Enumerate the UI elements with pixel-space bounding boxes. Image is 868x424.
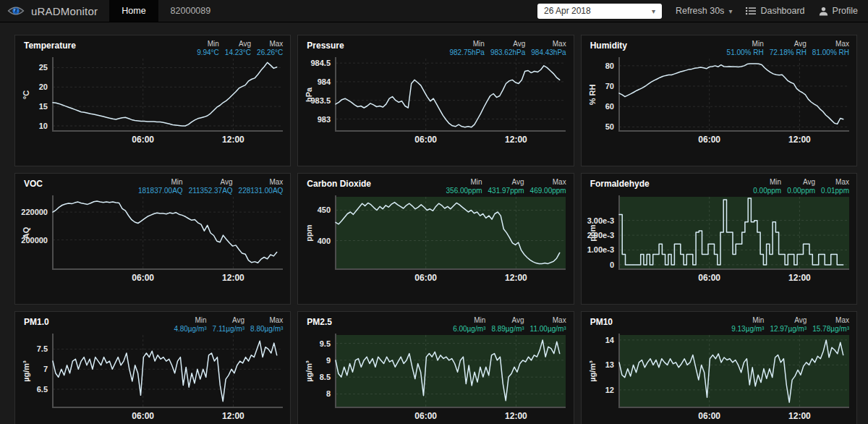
chart-panel-pm10: PM10 Min Avg Max 9.13µg/m³ 12.97µg/m³ 15… xyxy=(581,311,857,424)
svg-text:06:00: 06:00 xyxy=(415,411,438,421)
svg-text:50: 50 xyxy=(605,122,613,131)
stat-min-label: Min xyxy=(453,316,485,324)
stat-min-value: 356.00ppm xyxy=(446,187,482,195)
date-select[interactable]: 26 Apr 2018 ▾ xyxy=(537,4,662,19)
stat-max-value: 0.01ppm xyxy=(821,187,849,195)
stat-max-label: Max xyxy=(821,178,849,186)
svg-text:8.5: 8.5 xyxy=(320,373,331,381)
brand-title: uRADMonitor xyxy=(31,5,98,17)
svg-text:7: 7 xyxy=(43,365,48,373)
stat-avg-label: Avg xyxy=(787,178,815,186)
stat-min-label: Min xyxy=(753,178,781,186)
svg-text:9: 9 xyxy=(326,356,331,365)
dashboard-link[interactable]: Dashboard xyxy=(746,6,804,16)
svg-text:3.00e-3: 3.00e-3 xyxy=(587,216,613,225)
svg-text:06:00: 06:00 xyxy=(698,135,720,145)
profile-label: Profile xyxy=(833,6,858,16)
svg-text:80: 80 xyxy=(605,62,613,70)
stat-avg-label: Avg xyxy=(490,40,525,48)
chart-panel-voc: VOC Min Avg Max 181837.00AQ 211352.37AQ … xyxy=(14,173,291,305)
tab-device-82000089[interactable]: 82000089 xyxy=(158,0,224,22)
svg-text:6.5: 6.5 xyxy=(37,385,48,394)
stat-avg-label: Avg xyxy=(488,178,524,186)
profile-link[interactable]: Profile xyxy=(819,6,858,16)
stat-min-value: 6.00µg/m³ xyxy=(453,325,485,333)
chart-panel-carbon-dioxide: Carbon Dioxide Min Avg Max 356.00ppm 431… xyxy=(297,173,574,305)
svg-text:15: 15 xyxy=(39,102,48,111)
stat-min-value: 9.13µg/m³ xyxy=(731,325,764,333)
date-select-value: 26 Apr 2018 xyxy=(544,6,591,16)
svg-text:ppm: ppm xyxy=(588,224,597,241)
chart-stats: Min Avg Max 9.13µg/m³ 12.97µg/m³ 15.78µg… xyxy=(731,316,849,333)
stat-max-label: Max xyxy=(239,178,284,186)
chart-panel-pm25: PM2.5 Min Avg Max 6.00µg/m³ 8.89µg/m³ 11… xyxy=(297,311,574,424)
svg-text:06:00: 06:00 xyxy=(132,411,154,421)
stat-avg-label: Avg xyxy=(491,316,524,324)
chart-canvas-host: 06:0012:0010152025°C xyxy=(20,56,286,148)
stat-max-label: Max xyxy=(257,40,283,48)
stat-min-label: Min xyxy=(446,178,482,186)
chart-panel-temperature: Temperature Min Avg Max 9.94°C 14.23°C 2… xyxy=(14,35,291,166)
chart-canvas: 06:0012:00121314µg/m³ xyxy=(586,332,852,424)
svg-text:984.5: 984.5 xyxy=(311,59,331,67)
refresh-control[interactable]: Refresh 30s ▾ xyxy=(676,6,732,16)
svg-text:12:00: 12:00 xyxy=(222,411,244,421)
svg-text:12:00: 12:00 xyxy=(505,411,527,421)
stat-max-value: 228131.00AQ xyxy=(239,187,284,195)
svg-text:12:00: 12:00 xyxy=(788,273,811,283)
chart-panel-pressure: Pressure Min Avg Max 982.75hPa 983.62hPa… xyxy=(297,35,574,166)
svg-text:06:00: 06:00 xyxy=(698,273,720,283)
chart-canvas: 06:0012:0050607080% RH xyxy=(586,56,852,148)
svg-text:8: 8 xyxy=(326,389,331,398)
svg-text:12:00: 12:00 xyxy=(222,135,244,145)
stat-avg-value: 14.23°C xyxy=(225,48,251,56)
chart-canvas-host: 06:0012:00983983.5984984.5hPa xyxy=(302,56,569,148)
stat-min-label: Min xyxy=(197,40,219,48)
chart-canvas-host: 06:0012:00200000220000AQ xyxy=(20,194,286,287)
chart-canvas-host: 06:0012:00121314µg/m³ xyxy=(586,332,852,424)
stat-max-value: 11.00µg/m³ xyxy=(530,325,566,333)
stat-avg-label: Avg xyxy=(770,316,807,324)
chart-canvas: 06:0012:00400450ppm xyxy=(302,194,569,287)
person-icon xyxy=(819,7,828,16)
svg-text:450: 450 xyxy=(318,205,331,214)
chart-canvas: 06:0012:0010152025°C xyxy=(20,56,286,148)
stat-min-value: 181837.00AQ xyxy=(138,187,183,195)
svg-text:60: 60 xyxy=(605,102,613,111)
svg-text:983.5: 983.5 xyxy=(311,96,331,105)
svg-text:AQ: AQ xyxy=(22,226,30,239)
topbar-controls: 26 Apr 2018 ▾ Refresh 30s ▾ Dashboard Pr… xyxy=(537,0,868,22)
svg-text:20: 20 xyxy=(39,82,48,91)
svg-text:25: 25 xyxy=(39,63,48,72)
stat-min-label: Min xyxy=(731,316,764,324)
chart-stats: Min Avg Max 356.00ppm 431.97ppm 469.00pp… xyxy=(446,178,566,195)
svg-text:400: 400 xyxy=(318,237,331,245)
stat-max-value: 984.43hPa xyxy=(531,48,566,56)
stat-avg-label: Avg xyxy=(770,40,807,48)
chart-stats: Min Avg Max 51.00% RH 72.18% RH 81.00% R… xyxy=(727,40,849,56)
stat-avg-value: 983.62hPa xyxy=(490,48,525,56)
dashboard-label: Dashboard xyxy=(760,6,804,16)
chart-stats: Min Avg Max 4.80µg/m³ 7.11µg/m³ 8.80µg/m… xyxy=(174,316,283,333)
eye-radiation-logo-icon xyxy=(7,5,25,17)
svg-text:12:00: 12:00 xyxy=(222,273,244,283)
stat-min-value: 51.00% RH xyxy=(727,48,764,56)
svg-text:12:00: 12:00 xyxy=(505,273,527,283)
chart-canvas: 06:0012:0088.599.5µg/m³ xyxy=(302,332,569,424)
topbar-spacer xyxy=(223,0,537,22)
brand: uRADMonitor xyxy=(0,0,109,22)
svg-text:7.5: 7.5 xyxy=(37,344,48,353)
svg-text:13: 13 xyxy=(605,360,613,369)
top-navigation-bar: uRADMonitor Home 82000089 26 Apr 2018 ▾ … xyxy=(0,0,868,22)
stat-max-value: 8.80µg/m³ xyxy=(250,325,283,333)
svg-text:hPa: hPa xyxy=(305,87,313,102)
tab-home[interactable]: Home xyxy=(109,0,158,22)
chart-stats: Min Avg Max 6.00µg/m³ 8.89µg/m³ 11.00µg/… xyxy=(453,316,566,333)
svg-text:ppm: ppm xyxy=(305,224,313,241)
stat-max-label: Max xyxy=(530,178,566,186)
stat-min-label: Min xyxy=(138,178,183,186)
svg-text:06:00: 06:00 xyxy=(415,135,438,145)
stat-max-label: Max xyxy=(812,40,849,48)
svg-text:12: 12 xyxy=(605,386,613,394)
stat-max-value: 81.00% RH xyxy=(812,48,849,56)
